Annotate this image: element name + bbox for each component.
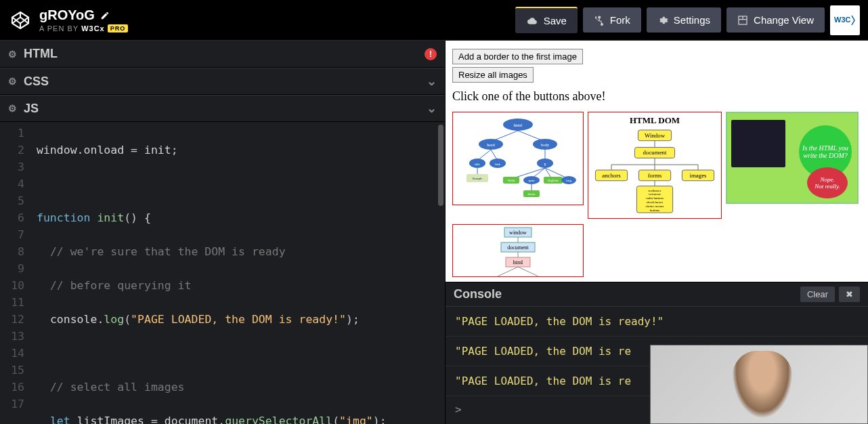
app-header: gROYoG A PEN BY W3Cx PRO Save Fork Setti… bbox=[0, 0, 868, 41]
editor-column: ⚙ HTML ! ⚙ CSS ⌄ ⚙ JS ⌄ 1234567891011121… bbox=[0, 41, 446, 424]
add-border-button[interactable]: Add a border to the first image bbox=[452, 49, 583, 64]
svg-line-71 bbox=[498, 267, 518, 276]
w3c-logo[interactable]: W3C bbox=[830, 5, 860, 35]
svg-text:body: body bbox=[541, 143, 549, 147]
error-badge[interactable]: ! bbox=[425, 48, 437, 60]
image-row: html head body title link p Sample Hello bbox=[452, 112, 861, 277]
codepen-logo[interactable] bbox=[8, 8, 32, 33]
title-area: gROYoG A PEN BY W3Cx PRO bbox=[39, 7, 515, 33]
promo-text-2: write the DOM? bbox=[803, 152, 848, 159]
html-panel-label: HTML bbox=[24, 47, 58, 61]
svg-text:check boxes: check boxes bbox=[647, 200, 663, 204]
save-label: Save bbox=[544, 15, 567, 26]
right-column: Add a border to the first image Resize a… bbox=[446, 41, 868, 424]
pen-subtitle: A PEN BY W3Cx PRO bbox=[39, 24, 515, 33]
subtitle-prefix: A PEN BY bbox=[39, 24, 79, 33]
author-link[interactable]: W3Cx bbox=[81, 24, 105, 33]
svg-text:img: img bbox=[566, 179, 571, 182]
svg-text:Hello: Hello bbox=[507, 179, 515, 182]
svg-text:document: document bbox=[507, 245, 529, 251]
js-editor[interactable]: 1234567891011121314151617 window.onload … bbox=[0, 122, 445, 424]
console-header: Console Clear ✖ bbox=[446, 282, 868, 307]
settings-label: Settings bbox=[674, 14, 710, 26]
html-dom-diagram: HTML DOM Window document anchors forms i… bbox=[588, 112, 722, 219]
svg-text:p: p bbox=[544, 162, 546, 166]
svg-text:Window: Window bbox=[645, 132, 666, 139]
change-view-button[interactable]: Change View bbox=[726, 7, 825, 33]
js-panel-header[interactable]: ⚙ JS ⌄ bbox=[0, 95, 445, 122]
svg-text:html: html bbox=[514, 123, 523, 128]
svg-text:head: head bbox=[487, 143, 494, 147]
instruction-text: Click one of the buttons above! bbox=[452, 89, 861, 104]
css-panel-header[interactable]: ⚙ CSS ⌄ bbox=[0, 68, 445, 95]
dom-tree-image: html head body title link p Sample Hello bbox=[452, 112, 584, 205]
svg-text:textboxes: textboxes bbox=[649, 189, 661, 192]
promo-nope: Nope. bbox=[820, 176, 834, 183]
console-line: "PAGE LOADED, the DOM is ready!" bbox=[446, 307, 868, 337]
promo-text-1: Is the HTML you bbox=[802, 144, 848, 152]
layout-icon bbox=[737, 15, 748, 26]
svg-text:radio buttons: radio buttons bbox=[646, 196, 664, 200]
svg-text:anchors: anchors bbox=[602, 172, 621, 179]
promo-not: Not really. bbox=[815, 183, 840, 190]
svg-text:demo: demo bbox=[527, 192, 536, 196]
svg-text:title: title bbox=[475, 163, 481, 166]
fork-label: Fork bbox=[610, 14, 630, 26]
chevron-down-icon[interactable]: ⌄ bbox=[427, 101, 437, 116]
settings-button[interactable]: Settings bbox=[647, 7, 721, 33]
svg-text:W3C: W3C bbox=[834, 16, 851, 24]
console-body[interactable]: "PAGE LOADED, the DOM is ready!" "PAGE L… bbox=[446, 307, 868, 424]
js-panel-label: JS bbox=[24, 102, 39, 116]
webcam-overlay bbox=[650, 345, 868, 424]
chevron-down-icon[interactable]: ⌄ bbox=[427, 74, 437, 89]
code-content[interactable]: window.onload = init; function init() { … bbox=[30, 122, 387, 424]
line-gutter: 1234567891011121314151617 bbox=[0, 122, 30, 424]
svg-text:choice menus: choice menus bbox=[646, 205, 664, 208]
svg-text:forms: forms bbox=[648, 172, 662, 179]
edit-icon[interactable] bbox=[100, 11, 110, 20]
svg-text:document: document bbox=[643, 149, 667, 156]
pro-badge: PRO bbox=[108, 24, 129, 33]
close-button[interactable]: ✖ bbox=[839, 287, 860, 302]
pen-title[interactable]: gROYoG bbox=[39, 7, 515, 23]
cloud-icon bbox=[526, 16, 538, 26]
clear-button[interactable]: Clear bbox=[800, 287, 835, 302]
svg-text:buttons: buttons bbox=[650, 209, 660, 212]
console-title: Console bbox=[454, 287, 502, 301]
change-view-label: Change View bbox=[754, 14, 814, 26]
gear-icon bbox=[657, 15, 668, 26]
main-area: ⚙ HTML ! ⚙ CSS ⌄ ⚙ JS ⌄ 1234567891011121… bbox=[0, 41, 868, 424]
svg-text:Sample: Sample bbox=[473, 177, 483, 180]
dom-diagram-title: HTML DOM bbox=[630, 115, 680, 126]
css-panel-label: CSS bbox=[24, 75, 49, 89]
html-panel-header[interactable]: ⚙ HTML ! bbox=[0, 41, 445, 68]
scrollbar-thumb[interactable] bbox=[438, 125, 443, 206]
pen-title-text: gROYoG bbox=[39, 7, 95, 23]
promo-image: Is the HTML you write the DOM? Nope. Not… bbox=[726, 112, 859, 204]
gear-icon[interactable]: ⚙ bbox=[8, 103, 17, 114]
header-buttons: Save Fork Settings Change View W3C bbox=[515, 5, 860, 35]
fork-icon bbox=[594, 15, 605, 26]
gear-icon[interactable]: ⚙ bbox=[8, 76, 17, 87]
svg-text:textareas: textareas bbox=[649, 192, 661, 196]
svg-line-72 bbox=[518, 267, 538, 276]
svg-text:window: window bbox=[509, 230, 527, 236]
gear-icon[interactable]: ⚙ bbox=[8, 49, 17, 60]
fork-button[interactable]: Fork bbox=[583, 7, 641, 33]
output-pane[interactable]: Add a border to the first image Resize a… bbox=[446, 41, 868, 282]
svg-text:span: span bbox=[528, 179, 535, 182]
resize-images-button[interactable]: Resize all images bbox=[452, 67, 534, 83]
svg-text:link: link bbox=[495, 163, 500, 166]
svg-text:html: html bbox=[513, 259, 523, 266]
svg-text:images: images bbox=[689, 172, 707, 179]
save-button[interactable]: Save bbox=[515, 7, 578, 33]
console-panel: Console Clear ✖ "PAGE LOADED, the DOM is… bbox=[446, 282, 868, 424]
svg-text:DogPoint: DogPoint bbox=[548, 179, 559, 182]
dom-tree-2-image: window document html bbox=[452, 224, 584, 277]
